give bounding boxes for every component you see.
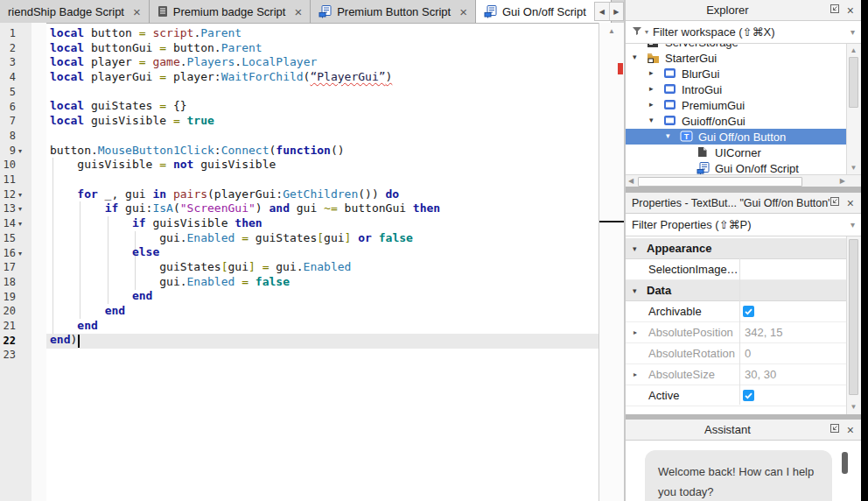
code-line[interactable]: end: [50, 304, 440, 319]
tree-item-label: BlurGui: [682, 67, 719, 81]
tab-premium-badge-script[interactable]: Premium badge Script×: [150, 0, 311, 23]
tab-close-icon[interactable]: ×: [294, 4, 302, 19]
scrollbar-thumb[interactable]: [638, 177, 802, 187]
assistant-scrollbar-thumb[interactable]: [842, 452, 848, 474]
scroll-down-icon[interactable]: ▼: [847, 164, 860, 172]
tree-item-blurgui[interactable]: ▸BlurGui: [626, 66, 846, 81]
property-row-active[interactable]: Active: [626, 385, 846, 406]
code-line[interactable]: end: [50, 289, 440, 304]
code-line[interactable]: [50, 348, 440, 363]
code-line[interactable]: if guisVisible then: [50, 216, 440, 231]
close-icon[interactable]: ×: [847, 4, 854, 17]
explorer-filter-input[interactable]: ▾ Filter workspace (⇧⌘X) ▾: [626, 21, 861, 44]
code-line[interactable]: local button = script.Parent: [50, 26, 440, 41]
fold-arrow-icon[interactable]: ▾: [18, 205, 22, 213]
tab-riendship-badge-script[interactable]: riendShip Badge Script×: [0, 0, 150, 23]
scroll-right-icon[interactable]: ▶: [840, 177, 845, 185]
fold-arrow-icon[interactable]: ▾: [18, 191, 22, 199]
properties-filter-input[interactable]: Filter Properties (⇧⌘P) ▾: [626, 214, 861, 236]
code-line[interactable]: local buttonGui = button.Parent: [50, 41, 440, 56]
tree-expand-caret-icon[interactable]: ▾: [666, 132, 670, 140]
code-line[interactable]: for _, gui in pairs(playerGui:GetChildre…: [50, 187, 440, 202]
tree-item-premiumgui[interactable]: ▸PremiumGui: [626, 97, 846, 113]
scrollbar-thumb[interactable]: [849, 57, 858, 108]
code-text[interactable]: local button = script.Parentlocal button…: [50, 26, 440, 363]
code-line[interactable]: gui.Enabled = guiStates[gui] or false: [50, 231, 440, 246]
close-icon[interactable]: ×: [847, 197, 854, 209]
tree-item-introgui[interactable]: ▸IntroGui: [626, 81, 846, 97]
tab-premium-button-script[interactable]: Premium Button Script×: [311, 0, 476, 23]
tree-item-uicorner[interactable]: UICorner: [626, 145, 846, 160]
scrollbar-thumb[interactable]: [849, 239, 858, 395]
code-line[interactable]: end: [50, 319, 440, 334]
section-caret-icon[interactable]: ▾: [626, 244, 647, 253]
tab-close-icon[interactable]: ×: [133, 4, 141, 19]
fold-arrow-icon[interactable]: ▾: [18, 250, 22, 258]
property-row-absoluteposition[interactable]: ▸AbsolutePosition342, 15: [626, 322, 846, 343]
tree-item-serverstorage[interactable]: ServerStorage: [626, 44, 846, 50]
tab-scroll-left-icon[interactable]: ◀: [595, 3, 610, 20]
code-line[interactable]: gui.Enabled = false: [50, 275, 440, 290]
tree-expand-caret-icon[interactable]: ▸: [649, 69, 654, 77]
code-line[interactable]: if gui:IsA("ScreenGui") and gui ~= butto…: [50, 201, 440, 216]
tree-expand-caret-icon[interactable]: ▾: [633, 53, 637, 61]
expand-caret-icon[interactable]: ▸: [634, 328, 637, 336]
editor-scrollbar[interactable]: ▲: [598, 23, 624, 501]
explorer-vertical-scrollbar[interactable]: ▲ ▼: [846, 44, 861, 174]
code-line[interactable]: local guiStates = {}: [50, 99, 440, 114]
line-number: 2: [0, 42, 16, 54]
line-number: 14: [0, 217, 16, 229]
section-header-appearance[interactable]: ▾Appearance: [626, 238, 846, 259]
tab-close-icon[interactable]: ×: [459, 4, 467, 19]
property-row-selectionimage[interactable]: SelectionImage…: [626, 259, 846, 280]
checkbox-checked[interactable]: [743, 306, 754, 317]
section-header-data[interactable]: ▾Data: [626, 280, 846, 301]
code-line[interactable]: [50, 173, 440, 187]
property-row-absolutesize[interactable]: ▸AbsoluteSize30, 30: [626, 364, 846, 385]
tree-item-guioff-ongui[interactable]: ▾Guioff/onGui: [626, 113, 846, 129]
explorer-horizontal-scrollbar[interactable]: ◀ ▶: [626, 174, 861, 187]
code-line[interactable]: local guisVisible = true: [50, 114, 440, 129]
tree-expand-caret-icon[interactable]: ▾: [649, 116, 654, 124]
property-row-absoluterotation[interactable]: AbsoluteRotation0: [626, 343, 846, 364]
dock-icon[interactable]: [830, 4, 840, 17]
scroll-down-icon[interactable]: ▼: [847, 403, 860, 411]
fold-arrow-icon[interactable]: ▾: [18, 147, 22, 155]
scroll-position-indicator[interactable]: [599, 221, 624, 222]
scroll-left-icon[interactable]: ◀: [628, 177, 634, 185]
dock-icon[interactable]: [830, 423, 840, 436]
tree-expand-caret-icon[interactable]: ▸: [649, 85, 654, 93]
tree-expand-caret-icon[interactable]: ▸: [649, 101, 654, 109]
code-line[interactable]: local player = game.Players.LocalPlayer: [50, 55, 440, 70]
scroll-up-icon[interactable]: ▲: [847, 46, 860, 54]
fold-arrow-icon[interactable]: ▾: [18, 220, 22, 228]
code-line[interactable]: [50, 129, 440, 144]
code-line[interactable]: [50, 85, 440, 100]
close-icon[interactable]: ×: [847, 424, 854, 436]
code-line[interactable]: guisVisible = not guisVisible: [50, 158, 440, 173]
scroll-up-icon[interactable]: ▲: [599, 27, 624, 35]
tree-item-gui-off-on-button[interactable]: ▾TGui Off/on Button: [626, 129, 846, 145]
dock-icon[interactable]: [830, 196, 840, 209]
section-caret-icon[interactable]: ▾: [626, 286, 647, 295]
checkbox-checked[interactable]: [743, 390, 754, 401]
properties-vertical-scrollbar[interactable]: ▼: [846, 236, 861, 414]
text-cursor: [78, 335, 80, 348]
tree-item-gui-on-off-script[interactable]: Gui On/off Script: [626, 160, 846, 174]
line-number: 4: [0, 71, 16, 83]
code-line[interactable]: local playerGui = player:WaitForChild(“P…: [50, 70, 440, 85]
code-line[interactable]: guiStates[gui] = gui.Enabled: [50, 260, 440, 275]
expand-caret-icon[interactable]: ▸: [634, 370, 637, 378]
code-line[interactable]: else: [50, 245, 440, 260]
script-editor[interactable]: riendShip Badge Script×Premium badge Scr…: [0, 0, 624, 501]
code-line[interactable]: button.MouseButton1Click:Connect(functio…: [50, 144, 440, 159]
tab-gui-on-off-script[interactable]: Gui On/off Script×: [476, 0, 612, 23]
tree-item-startergui[interactable]: ▾StarterGui: [626, 50, 846, 66]
filter-funnel-icon[interactable]: [632, 25, 642, 39]
tab-scroll-right-icon[interactable]: ▶: [610, 3, 624, 20]
dropdown-caret-icon[interactable]: ▾: [850, 220, 855, 229]
column-divider[interactable]: [739, 258, 740, 405]
dropdown-caret-icon[interactable]: ▾: [850, 27, 855, 37]
property-row-archivable[interactable]: Archivable: [626, 301, 846, 322]
code-line[interactable]: end): [50, 333, 440, 348]
